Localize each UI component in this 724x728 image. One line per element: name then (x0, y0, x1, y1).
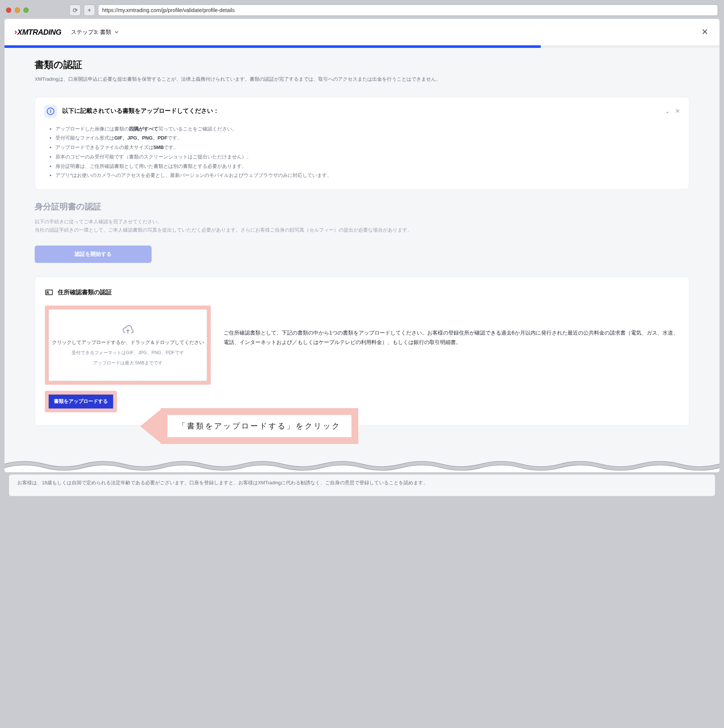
main-content: 書類の認証 XMTradingは、口座開設申込に必要な提出書類を保管することが、… (5, 48, 719, 472)
upload-dropzone-highlight: クリックしてアップロードするか、ドラッグ＆ドロップしてください 受付できるフォー… (45, 306, 211, 385)
dismiss-icon[interactable]: ✕ (675, 108, 680, 115)
app-window: › XMTRADING ステップ3: 書類 ✕ 書類の認証 XMTradingは… (5, 19, 719, 472)
info-icon: i (44, 105, 57, 118)
footer-note: お客様は、18歳もしくは自国で定められる法定年齢である必要がございます。口座を登… (9, 475, 715, 496)
info-list-item: アプリ*はお使いのカメラへのアクセスを必要とし、最新バージョンのモバイルおよびウ… (55, 171, 680, 180)
info-card: i 以下に記載されている書類をアップロードしてください： ⌄ ✕ アップロードし… (35, 97, 689, 190)
id-section-title: 身分証明書の認証 (35, 201, 689, 212)
info-card-title: 以下に記載されている書類をアップロードしてください： (62, 107, 219, 115)
svg-point-1 (47, 291, 48, 293)
step-selector[interactable]: ステップ3: 書類 (71, 29, 119, 36)
address-bar[interactable] (98, 5, 718, 16)
chevron-down-icon (114, 30, 119, 34)
info-list: アップロードした画像には書類の四隅がすべて写っていることをご確認ください。受付可… (55, 124, 680, 180)
app-header: › XMTRADING ステップ3: 書類 ✕ (5, 19, 719, 45)
reload-button[interactable]: ⟳ (69, 5, 81, 16)
step-label: ステップ3: 書類 (71, 29, 111, 36)
page-subtitle: XMTradingは、口座開設申込に必要な提出書類を保管することが、法律上義務付… (35, 75, 689, 83)
tutorial-callout: 「書類をアップロードする」をクリック (140, 408, 358, 444)
id-section-sub2: 当社の認証手続きの一環として、ご本人確認書類の写真を提出していただく必要がありま… (35, 226, 689, 234)
minimize-window-icon[interactable] (15, 8, 20, 13)
logo: › XMTRADING (14, 27, 61, 37)
start-verification-button[interactable]: 認証を開始する (35, 246, 152, 263)
callout-arrow-icon (140, 409, 161, 443)
id-section-sub1: 以下の手続きに従ってご本人確認を完了させてください。 (35, 218, 689, 226)
progress-fill (5, 45, 541, 48)
info-list-item: 受付可能なファイル形式はGIF、JPG、PNG、PDFです。 (55, 134, 680, 143)
logo-caret-icon: › (14, 27, 17, 37)
close-button[interactable]: ✕ (700, 26, 710, 38)
maximize-window-icon[interactable] (23, 8, 29, 13)
upload-dropzone[interactable]: クリックしてアップロードするか、ドラッグ＆ドロップしてください 受付できるフォー… (49, 309, 207, 381)
upload-maxsize: アップロードは最大 5MBまでです (93, 360, 163, 366)
upload-document-button[interactable]: 書類をアップロードする (49, 395, 113, 409)
info-list-item: 原本のコピーのみ受付可能です（書類のスクリーンショットはご提出いただけません）。 (55, 152, 680, 162)
torn-edge-separator (5, 457, 719, 472)
footer-card: お客様は、18歳もしくは自国で定められる法定年齢である必要がございます。口座を登… (9, 475, 715, 496)
page-title: 書類の認証 (35, 58, 689, 71)
id-section-subtitle: 以下の手続きに従ってご本人確認を完了させてください。 当社の認証手続きの一環とし… (35, 218, 689, 234)
info-list-item: アップロードした画像には書類の四隅がすべて写っていることをご確認ください。 (55, 124, 680, 134)
info-list-item: アップロードできるファイルの最大サイズは5MBです。 (55, 143, 680, 152)
info-list-item: 身分証明書は、ご住所確認書類として用いた書類とは別の書類とする必要があります。 (55, 162, 680, 171)
address-verification-card: 住所確認書類の認証 クリックしてアップロードするか、ドラッグ＆ドロップしてくださ… (35, 276, 689, 425)
window-controls (6, 8, 29, 13)
callout-text: 「書類をアップロードする」をクリック (167, 415, 351, 437)
upload-cloud-icon (122, 324, 133, 335)
collapse-icon[interactable]: ⌄ (665, 108, 670, 115)
upload-formats: 受付できるフォーマットはGIF、JPG、PNG、PDFです (72, 350, 184, 356)
progress-bar (5, 45, 719, 48)
address-section-title: 住所確認書類の認証 (58, 289, 112, 296)
upload-button-highlight: 書類をアップロードする (45, 391, 117, 412)
upload-instruction: クリックしてアップロードするか、ドラッグ＆ドロップしてください (52, 339, 204, 346)
close-window-icon[interactable] (6, 8, 11, 13)
logo-text: XMTRADING (17, 28, 61, 37)
browser-chrome: ⟳ + (0, 0, 724, 19)
id-card-icon (45, 288, 53, 296)
address-section-description: ご住所確認書類として、下記の書類の中から1つの書類をアップロードしてください。お… (224, 306, 679, 347)
new-tab-button[interactable]: + (84, 5, 95, 16)
